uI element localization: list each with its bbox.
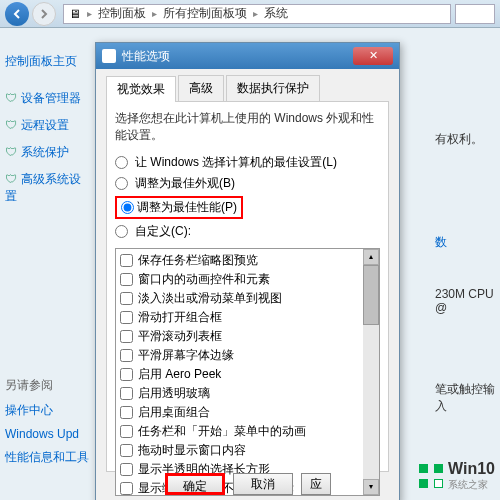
apply-button[interactable]: 应 — [301, 473, 331, 495]
checkbox-row[interactable]: 平滑滚动列表框 — [118, 327, 361, 346]
shield-icon: 🛡 — [5, 172, 17, 186]
sidebar-item-protection[interactable]: 🛡系统保护 — [5, 139, 90, 166]
checkbox-label: 淡入淡出或滑动菜单到视图 — [138, 290, 282, 307]
windows-icon — [419, 464, 443, 488]
checkbox-row[interactable]: 滑动打开组合框 — [118, 308, 361, 327]
radio-group: 让 Windows 选择计算机的最佳设置(L) 调整为最佳外观(B) 调整为最佳… — [115, 152, 380, 242]
forward-button[interactable] — [32, 2, 56, 26]
dialog-titlebar[interactable]: 性能选项 ✕ — [96, 43, 399, 69]
tab-dep[interactable]: 数据执行保护 — [226, 75, 320, 101]
right-link[interactable]: 数 — [435, 231, 495, 254]
scroll-thumb[interactable] — [363, 265, 379, 325]
checkbox-row[interactable]: 启用透明玻璃 — [118, 384, 361, 403]
checkbox-input[interactable] — [120, 311, 133, 324]
sidebar-item-device-manager[interactable]: 🛡设备管理器 — [5, 85, 90, 112]
breadcrumb-item[interactable]: 系统 — [264, 5, 288, 22]
ok-button[interactable]: 确定 — [165, 473, 225, 495]
touch-text: 笔或触控输入 — [435, 378, 495, 418]
radio-input[interactable] — [115, 177, 128, 190]
chevron-right-icon: ▸ — [87, 8, 92, 19]
cancel-button[interactable]: 取消 — [233, 473, 293, 495]
checkbox-input[interactable] — [120, 387, 133, 400]
sidebar-item-advanced[interactable]: 🛡高级系统设置 — [5, 166, 90, 210]
checkbox-label: 启用 Aero Peek — [138, 366, 221, 383]
back-button[interactable] — [5, 2, 29, 26]
chevron-right-icon: ▸ — [253, 8, 258, 19]
checkbox-label: 平滑屏幕字体边缘 — [138, 347, 234, 364]
search-input[interactable] — [455, 4, 495, 24]
instruction-text: 选择您想在此计算机上使用的 Windows 外观和性能设置。 — [115, 110, 380, 144]
checkbox-input[interactable] — [120, 406, 133, 419]
sidebar: 控制面板主页 🛡设备管理器 🛡远程设置 🛡系统保护 🛡高级系统设置 — [5, 48, 90, 210]
sidebar-bottom: 另请参阅 操作中心 Windows Upd 性能信息和工具 — [5, 373, 90, 470]
radio-input[interactable] — [121, 199, 134, 216]
checkbox-label: 启用透明玻璃 — [138, 385, 210, 402]
checkbox-input[interactable] — [120, 292, 133, 305]
scrollbar[interactable]: ▴ ▾ — [363, 249, 379, 495]
checkbox-row[interactable]: 保存任务栏缩略图预览 — [118, 251, 361, 270]
dialog-buttons: 确定 取消 应 — [96, 469, 399, 499]
breadcrumb-item[interactable]: 控制面板 — [98, 5, 146, 22]
checkbox-input[interactable] — [120, 349, 133, 362]
sidebar-home[interactable]: 控制面板主页 — [5, 48, 90, 75]
breadcrumb[interactable]: 🖥 ▸ 控制面板 ▸ 所有控制面板项 ▸ 系统 — [63, 4, 451, 24]
radio-best-appearance[interactable]: 调整为最佳外观(B) — [115, 173, 380, 194]
browser-toolbar: 🖥 ▸ 控制面板 ▸ 所有控制面板项 ▸ 系统 — [0, 0, 500, 28]
shield-icon: 🛡 — [5, 145, 17, 159]
computer-icon: 🖥 — [69, 7, 81, 21]
checkbox-row[interactable]: 淡入淡出或滑动菜单到视图 — [118, 289, 361, 308]
watermark: Win10 系统之家 — [419, 460, 495, 492]
checkbox-input[interactable] — [120, 425, 133, 438]
scroll-track[interactable] — [363, 325, 379, 479]
radio-custom[interactable]: 自定义(C): — [115, 221, 380, 242]
checkbox-label: 任务栏和「开始」菜单中的动画 — [138, 423, 306, 440]
dialog-icon — [102, 49, 116, 63]
content-area: 控制面板主页 🛡设备管理器 🛡远程设置 🛡系统保护 🛡高级系统设置 另请参阅 操… — [0, 28, 500, 500]
cpu-text: 230M CPU @ — [435, 284, 495, 318]
checkbox-input[interactable] — [120, 368, 133, 381]
tabs: 视觉效果 高级 数据执行保护 — [106, 75, 389, 102]
sidebar-link-perf[interactable]: 性能信息和工具 — [5, 445, 90, 470]
sidebar-link-update[interactable]: Windows Upd — [5, 423, 90, 445]
sidebar-item-remote[interactable]: 🛡远程设置 — [5, 112, 90, 139]
scroll-up-icon[interactable]: ▴ — [363, 249, 379, 265]
watermark-text: Win10 系统之家 — [448, 460, 495, 492]
checkbox-row[interactable]: 平滑屏幕字体边缘 — [118, 346, 361, 365]
radio-input[interactable] — [115, 225, 128, 238]
checkbox-label: 保存任务栏缩略图预览 — [138, 252, 258, 269]
checkbox-input[interactable] — [120, 273, 133, 286]
tab-advanced[interactable]: 高级 — [178, 75, 224, 101]
checkbox-label: 滑动打开组合框 — [138, 309, 222, 326]
checkbox-label: 拖动时显示窗口内容 — [138, 442, 246, 459]
shield-icon: 🛡 — [5, 91, 17, 105]
checkbox-label: 启用桌面组合 — [138, 404, 210, 421]
radio-best-auto[interactable]: 让 Windows 选择计算机的最佳设置(L) — [115, 152, 380, 173]
breadcrumb-item[interactable]: 所有控制面板项 — [163, 5, 247, 22]
tab-visual-effects[interactable]: 视觉效果 — [106, 76, 176, 102]
shield-icon: 🛡 — [5, 118, 17, 132]
rights-text: 有权利。 — [435, 128, 495, 151]
performance-options-dialog: 性能选项 ✕ 视觉效果 高级 数据执行保护 选择您想在此计算机上使用的 Wind… — [95, 42, 400, 500]
checkbox-row[interactable]: 窗口内的动画控件和元素 — [118, 270, 361, 289]
checkbox-row[interactable]: 拖动时显示窗口内容 — [118, 441, 361, 460]
checkbox-label: 平滑滚动列表框 — [138, 328, 222, 345]
radio-input[interactable] — [115, 156, 128, 169]
radio-best-performance-row: 调整为最佳性能(P) — [115, 194, 380, 221]
dialog-body: 视觉效果 高级 数据执行保护 选择您想在此计算机上使用的 Windows 外观和… — [96, 69, 399, 469]
close-button[interactable]: ✕ — [353, 47, 393, 65]
checkbox-input[interactable] — [120, 444, 133, 457]
checkbox-input[interactable] — [120, 330, 133, 343]
checkbox-list: 保存任务栏缩略图预览窗口内的动画控件和元素淡入淡出或滑动菜单到视图滑动打开组合框… — [115, 248, 380, 496]
see-also-label: 另请参阅 — [5, 373, 90, 398]
checkbox-label: 窗口内的动画控件和元素 — [138, 271, 270, 288]
checkbox-row[interactable]: 启用桌面组合 — [118, 403, 361, 422]
radio-best-performance[interactable]: 调整为最佳性能(P) — [115, 196, 243, 219]
chevron-right-icon: ▸ — [152, 8, 157, 19]
right-info: 有权利。 数 230M CPU @ 笔或触控输入 — [435, 128, 495, 418]
dialog-title: 性能选项 — [122, 48, 353, 65]
checkbox-input[interactable] — [120, 254, 133, 267]
checkbox-row[interactable]: 任务栏和「开始」菜单中的动画 — [118, 422, 361, 441]
checkbox-row[interactable]: 启用 Aero Peek — [118, 365, 361, 384]
tab-content: 选择您想在此计算机上使用的 Windows 外观和性能设置。 让 Windows… — [106, 102, 389, 472]
sidebar-link-action[interactable]: 操作中心 — [5, 398, 90, 423]
